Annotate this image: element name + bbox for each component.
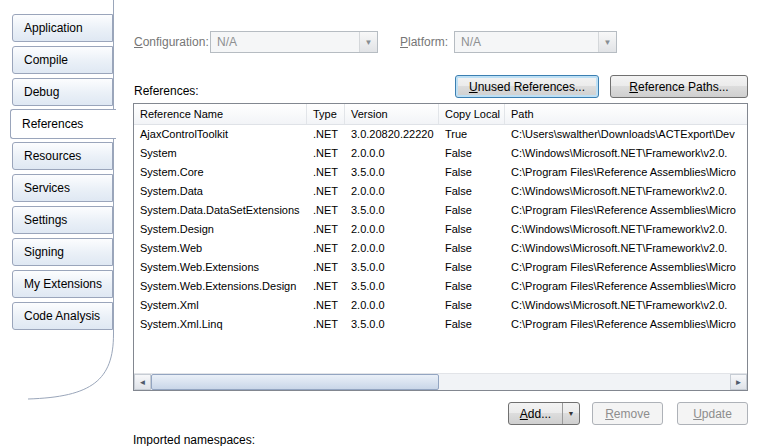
table-row[interactable]: AjaxControlToolkit .NET 3.0.20820.22220 …	[134, 125, 747, 144]
cell-reference-name: System.Web	[134, 239, 307, 258]
tab-compile-label: Compile	[24, 53, 68, 67]
table-row[interactable]: System.Design .NET 2.0.0.0 False C:\Wind…	[134, 220, 747, 239]
update-button: Update	[677, 402, 748, 425]
table-row[interactable]: System.Web.Extensions .NET 3.5.0.0 False…	[134, 258, 747, 277]
tab-services-label: Services	[24, 181, 70, 195]
cell-path: C:\Program Files\Reference Assemblies\Mi…	[505, 163, 747, 182]
platform-label: Platform:	[400, 35, 448, 49]
cell-path: C:\Windows\Microsoft.NET\Framework\v2.0.	[505, 239, 747, 258]
table-row[interactable]: System.Data .NET 2.0.0.0 False C:\Window…	[134, 182, 747, 201]
tab-compile[interactable]: Compile	[12, 46, 113, 74]
scroll-left-icon[interactable]: ◄	[134, 374, 151, 390]
tab-references[interactable]: References	[10, 109, 116, 139]
cell-reference-name: System.Web.Extensions.Design	[134, 277, 307, 296]
column-header-path[interactable]: Path	[505, 104, 747, 124]
column-header-copy-local[interactable]: Copy Local	[439, 104, 505, 124]
cell-type: .NET	[307, 163, 345, 182]
unused-references-button[interactable]: Unused References...	[455, 75, 599, 98]
cell-copy-local: True	[439, 125, 505, 144]
table-row[interactable]: System.Web .NET 2.0.0.0 False C:\Windows…	[134, 239, 747, 258]
add-button-label: Add...	[520, 407, 551, 421]
cell-type: .NET	[307, 315, 345, 334]
horizontal-scrollbar[interactable]: ◄ ►	[134, 373, 747, 390]
project-properties-page: Application Compile Debug References Res…	[0, 0, 779, 446]
configuration-value: N/A	[211, 32, 359, 52]
tab-signing[interactable]: Signing	[12, 238, 113, 266]
cell-version: 2.0.0.0	[345, 239, 439, 258]
cell-version: 3.5.0.0	[345, 277, 439, 296]
table-row[interactable]: System.Data.DataSetExtensions .NET 3.5.0…	[134, 201, 747, 220]
cell-reference-name: System.Data.DataSetExtensions	[134, 201, 307, 220]
tab-settings-label: Settings	[24, 213, 67, 227]
tab-services[interactable]: Services	[12, 174, 113, 202]
tab-code-analysis[interactable]: Code Analysis	[12, 302, 113, 330]
column-header-reference-name[interactable]: Reference Name	[134, 104, 307, 124]
cell-version: 3.5.0.0	[345, 315, 439, 334]
cell-reference-name: System.Data	[134, 182, 307, 201]
tab-application-label: Application	[24, 21, 83, 35]
cell-copy-local: False	[439, 258, 505, 277]
cell-version: 2.0.0.0	[345, 220, 439, 239]
remove-button-label: Remove	[605, 407, 650, 421]
table-row[interactable]: System .NET 2.0.0.0 False C:\Windows\Mic…	[134, 144, 747, 163]
cell-path: C:\Windows\Microsoft.NET\Framework\v2.0.	[505, 182, 747, 201]
cell-copy-local: False	[439, 296, 505, 315]
cell-path: C:\Users\swalther\Downloads\ACTExport\De…	[505, 125, 747, 144]
configuration-label: Configuration:	[134, 35, 209, 49]
cell-type: .NET	[307, 277, 345, 296]
cell-type: .NET	[307, 125, 345, 144]
references-table-header: Reference Name Type Version Copy Local P…	[134, 104, 747, 125]
cell-type: .NET	[307, 258, 345, 277]
tab-resources-label: Resources	[24, 149, 81, 163]
cell-reference-name: System.Design	[134, 220, 307, 239]
table-row[interactable]: System.Xml .NET 2.0.0.0 False C:\Windows…	[134, 296, 747, 315]
cell-path: C:\Program Files\Reference Assemblies\Mi…	[505, 201, 747, 220]
cell-path: C:\Program Files\Reference Assemblies\Mi…	[505, 258, 747, 277]
configuration-dropdown: N/A ▼	[210, 31, 378, 53]
add-button[interactable]: Add... ▼	[508, 402, 580, 425]
cell-version: 2.0.0.0	[345, 182, 439, 201]
table-row[interactable]: System.Xml.Linq .NET 3.5.0.0 False C:\Pr…	[134, 315, 747, 334]
chevron-down-icon: ▼	[359, 32, 377, 52]
tab-settings[interactable]: Settings	[12, 206, 113, 234]
tab-my-extensions[interactable]: My Extensions	[12, 270, 113, 298]
cell-copy-local: False	[439, 144, 505, 163]
reference-paths-button-label: Reference Paths...	[629, 80, 728, 94]
table-row[interactable]: System.Web.Extensions.Design .NET 3.5.0.…	[134, 277, 747, 296]
column-header-version[interactable]: Version	[345, 104, 439, 124]
tab-references-label: References	[22, 117, 83, 131]
platform-value: N/A	[455, 32, 598, 52]
cell-type: .NET	[307, 144, 345, 163]
references-table-body: AjaxControlToolkit .NET 3.0.20820.22220 …	[134, 125, 747, 334]
column-header-type[interactable]: Type	[307, 104, 345, 124]
cell-type: .NET	[307, 239, 345, 258]
cell-path: C:\Program Files\Reference Assemblies\Mi…	[505, 277, 747, 296]
tab-debug[interactable]: Debug	[12, 78, 113, 106]
cell-type: .NET	[307, 182, 345, 201]
cell-type: .NET	[307, 296, 345, 315]
cell-version: 3.5.0.0	[345, 201, 439, 220]
cell-type: .NET	[307, 201, 345, 220]
add-dropdown-arrow-icon[interactable]: ▼	[562, 403, 579, 424]
tab-resources[interactable]: Resources	[12, 142, 113, 170]
tab-application[interactable]: Application	[12, 14, 113, 42]
cell-version: 3.5.0.0	[345, 258, 439, 277]
chevron-down-icon: ▼	[598, 32, 616, 52]
cell-copy-local: False	[439, 201, 505, 220]
table-row[interactable]: System.Core .NET 3.5.0.0 False C:\Progra…	[134, 163, 747, 182]
update-button-label: Update	[693, 407, 732, 421]
cell-copy-local: False	[439, 220, 505, 239]
cell-copy-local: False	[439, 239, 505, 258]
tab-signing-label: Signing	[24, 245, 64, 259]
cell-copy-local: False	[439, 277, 505, 296]
cell-path: C:\Windows\Microsoft.NET\Framework\v2.0.	[505, 296, 747, 315]
cell-copy-local: False	[439, 163, 505, 182]
tab-code-analysis-label: Code Analysis	[24, 309, 100, 323]
reference-paths-button[interactable]: Reference Paths...	[610, 75, 748, 98]
references-table: Reference Name Type Version Copy Local P…	[133, 103, 748, 391]
cell-reference-name: System.Xml.Linq	[134, 315, 307, 334]
remove-button: Remove	[592, 402, 663, 425]
scroll-right-icon[interactable]: ►	[730, 374, 747, 390]
scrollbar-thumb[interactable]	[151, 374, 439, 390]
cell-reference-name: AjaxControlToolkit	[134, 125, 307, 144]
